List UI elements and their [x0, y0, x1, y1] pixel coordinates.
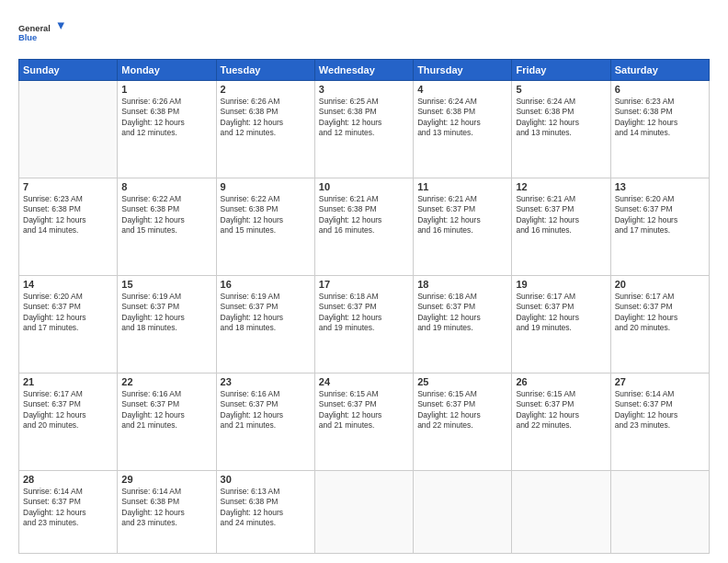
day-info: Sunrise: 6:20 AMSunset: 6:37 PMDaylight:…: [23, 292, 113, 334]
day-info: Sunrise: 6:18 AMSunset: 6:37 PMDaylight:…: [319, 292, 409, 334]
day-number: 23: [221, 376, 311, 387]
day-info: Sunrise: 6:23 AMSunset: 6:38 PMDaylight:…: [23, 194, 113, 236]
svg-text:General: General: [18, 24, 51, 33]
day-number: 27: [615, 376, 705, 387]
day-number: 3: [319, 84, 409, 95]
calendar-cell: 1Sunrise: 6:26 AMSunset: 6:38 PMDaylight…: [118, 81, 216, 178]
weekday-header-row: SundayMondayTuesdayWednesdayThursdayFrid…: [19, 60, 710, 81]
day-number: 21: [23, 376, 113, 387]
day-number: 10: [319, 181, 409, 192]
calendar-cell: [610, 470, 709, 553]
calendar-table: SundayMondayTuesdayWednesdayThursdayFrid…: [18, 59, 710, 554]
day-number: 29: [121, 474, 211, 485]
day-info: Sunrise: 6:24 AMSunset: 6:38 PMDaylight:…: [516, 97, 606, 139]
calendar-cell: 13Sunrise: 6:20 AMSunset: 6:37 PMDayligh…: [610, 178, 709, 275]
day-info: Sunrise: 6:24 AMSunset: 6:38 PMDaylight:…: [417, 97, 507, 139]
day-number: 20: [615, 279, 705, 290]
calendar-cell: 19Sunrise: 6:17 AMSunset: 6:37 PMDayligh…: [512, 275, 610, 373]
calendar-cell: [414, 470, 512, 553]
day-info: Sunrise: 6:15 AMSunset: 6:37 PMDaylight:…: [417, 389, 507, 431]
day-number: 4: [417, 84, 507, 95]
day-number: 16: [221, 279, 311, 290]
day-info: Sunrise: 6:22 AMSunset: 6:38 PMDaylight:…: [121, 194, 211, 236]
day-info: Sunrise: 6:21 AMSunset: 6:38 PMDaylight:…: [319, 194, 409, 236]
calendar-cell: 26Sunrise: 6:15 AMSunset: 6:37 PMDayligh…: [512, 373, 610, 470]
day-number: 11: [417, 181, 507, 192]
week-row-2: 14Sunrise: 6:20 AMSunset: 6:37 PMDayligh…: [19, 275, 710, 373]
day-number: 30: [221, 474, 311, 485]
day-number: 28: [23, 474, 113, 485]
weekday-header-tuesday: Tuesday: [216, 60, 314, 81]
day-number: 17: [319, 279, 409, 290]
day-info: Sunrise: 6:13 AMSunset: 6:38 PMDaylight:…: [221, 487, 311, 529]
day-number: 24: [319, 376, 409, 387]
svg-marker-2: [58, 22, 65, 29]
calendar-cell: [314, 470, 413, 553]
header: General Blue: [18, 15, 710, 50]
day-info: Sunrise: 6:17 AMSunset: 6:37 PMDaylight:…: [516, 292, 606, 334]
day-number: 14: [23, 279, 113, 290]
calendar-cell: 4Sunrise: 6:24 AMSunset: 6:38 PMDaylight…: [414, 81, 512, 178]
calendar-cell: 22Sunrise: 6:16 AMSunset: 6:37 PMDayligh…: [118, 373, 216, 470]
logo-svg: General Blue: [18, 15, 64, 50]
calendar-cell: 10Sunrise: 6:21 AMSunset: 6:38 PMDayligh…: [314, 178, 413, 275]
day-number: 22: [121, 376, 211, 387]
day-info: Sunrise: 6:14 AMSunset: 6:37 PMDaylight:…: [23, 487, 113, 529]
day-number: 7: [23, 181, 113, 192]
day-number: 2: [221, 84, 311, 95]
calendar-cell: 3Sunrise: 6:25 AMSunset: 6:38 PMDaylight…: [314, 81, 413, 178]
day-info: Sunrise: 6:17 AMSunset: 6:37 PMDaylight:…: [615, 292, 705, 334]
day-number: 26: [516, 376, 606, 387]
logo: General Blue: [18, 15, 64, 50]
calendar-cell: 18Sunrise: 6:18 AMSunset: 6:37 PMDayligh…: [414, 275, 512, 373]
calendar-cell: 24Sunrise: 6:15 AMSunset: 6:37 PMDayligh…: [314, 373, 413, 470]
calendar-cell: 2Sunrise: 6:26 AMSunset: 6:38 PMDaylight…: [216, 81, 314, 178]
svg-text:Blue: Blue: [18, 33, 37, 42]
day-info: Sunrise: 6:22 AMSunset: 6:38 PMDaylight:…: [221, 194, 311, 236]
day-number: 5: [516, 84, 606, 95]
day-info: Sunrise: 6:15 AMSunset: 6:37 PMDaylight:…: [319, 389, 409, 431]
day-number: 18: [417, 279, 507, 290]
day-number: 1: [121, 84, 211, 95]
day-info: Sunrise: 6:19 AMSunset: 6:37 PMDaylight:…: [221, 292, 311, 334]
day-number: 19: [516, 279, 606, 290]
calendar-cell: 28Sunrise: 6:14 AMSunset: 6:37 PMDayligh…: [19, 470, 118, 553]
day-number: 6: [615, 84, 705, 95]
day-info: Sunrise: 6:26 AMSunset: 6:38 PMDaylight:…: [221, 97, 311, 139]
weekday-header-sunday: Sunday: [19, 60, 118, 81]
calendar-cell: 25Sunrise: 6:15 AMSunset: 6:37 PMDayligh…: [414, 373, 512, 470]
day-info: Sunrise: 6:15 AMSunset: 6:37 PMDaylight:…: [516, 389, 606, 431]
weekday-header-thursday: Thursday: [414, 60, 512, 81]
calendar-cell: 30Sunrise: 6:13 AMSunset: 6:38 PMDayligh…: [216, 470, 314, 553]
day-info: Sunrise: 6:26 AMSunset: 6:38 PMDaylight:…: [121, 97, 211, 139]
day-number: 25: [417, 376, 507, 387]
day-info: Sunrise: 6:21 AMSunset: 6:37 PMDaylight:…: [417, 194, 507, 236]
week-row-4: 28Sunrise: 6:14 AMSunset: 6:37 PMDayligh…: [19, 470, 710, 553]
calendar-cell: 14Sunrise: 6:20 AMSunset: 6:37 PMDayligh…: [19, 275, 118, 373]
calendar-cell: 12Sunrise: 6:21 AMSunset: 6:37 PMDayligh…: [512, 178, 610, 275]
day-info: Sunrise: 6:20 AMSunset: 6:37 PMDaylight:…: [615, 194, 705, 236]
day-info: Sunrise: 6:14 AMSunset: 6:37 PMDaylight:…: [615, 389, 705, 431]
day-info: Sunrise: 6:18 AMSunset: 6:37 PMDaylight:…: [417, 292, 507, 334]
calendar-cell: 8Sunrise: 6:22 AMSunset: 6:38 PMDaylight…: [118, 178, 216, 275]
calendar-cell: 16Sunrise: 6:19 AMSunset: 6:37 PMDayligh…: [216, 275, 314, 373]
calendar-cell: 15Sunrise: 6:19 AMSunset: 6:37 PMDayligh…: [118, 275, 216, 373]
day-number: 13: [615, 181, 705, 192]
calendar-cell: 5Sunrise: 6:24 AMSunset: 6:38 PMDaylight…: [512, 81, 610, 178]
weekday-header-wednesday: Wednesday: [314, 60, 413, 81]
day-info: Sunrise: 6:25 AMSunset: 6:38 PMDaylight:…: [319, 97, 409, 139]
day-number: 8: [121, 181, 211, 192]
calendar-cell: 20Sunrise: 6:17 AMSunset: 6:37 PMDayligh…: [610, 275, 709, 373]
weekday-header-saturday: Saturday: [610, 60, 709, 81]
calendar-cell: 11Sunrise: 6:21 AMSunset: 6:37 PMDayligh…: [414, 178, 512, 275]
week-row-0: 1Sunrise: 6:26 AMSunset: 6:38 PMDaylight…: [19, 81, 710, 178]
day-info: Sunrise: 6:14 AMSunset: 6:38 PMDaylight:…: [121, 487, 211, 529]
weekday-header-monday: Monday: [118, 60, 216, 81]
week-row-1: 7Sunrise: 6:23 AMSunset: 6:38 PMDaylight…: [19, 178, 710, 275]
week-row-3: 21Sunrise: 6:17 AMSunset: 6:37 PMDayligh…: [19, 373, 710, 470]
day-info: Sunrise: 6:19 AMSunset: 6:37 PMDaylight:…: [121, 292, 211, 334]
day-info: Sunrise: 6:16 AMSunset: 6:37 PMDaylight:…: [221, 389, 311, 431]
day-number: 15: [121, 279, 211, 290]
calendar-cell: 7Sunrise: 6:23 AMSunset: 6:38 PMDaylight…: [19, 178, 118, 275]
day-number: 12: [516, 181, 606, 192]
